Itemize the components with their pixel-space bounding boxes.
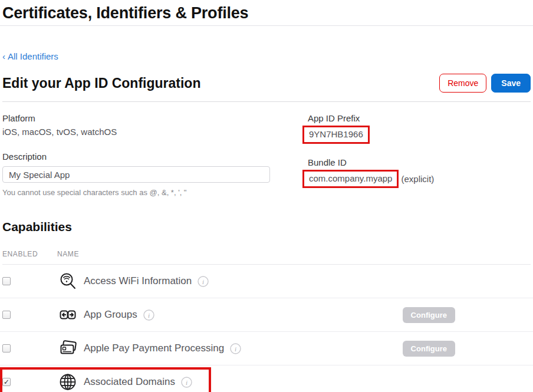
back-link-label: All Identifiers — [8, 51, 58, 61]
bundle-id-label: Bundle ID — [308, 157, 531, 169]
icon-cell — [59, 373, 84, 391]
svg-text:i: i — [148, 311, 150, 318]
back-chevron-icon: ‹ — [2, 51, 5, 61]
info-icon[interactable]: i — [230, 343, 241, 354]
globe-icon — [59, 373, 77, 391]
checkbox-cell — [0, 277, 59, 285]
svg-text:i: i — [186, 378, 187, 386]
configure-apple-pay-button[interactable]: Configure — [403, 341, 455, 357]
app-id-form: Platform iOS, macOS, tvOS, watchOS Descr… — [0, 102, 533, 197]
column-header-name: NAME — [57, 250, 79, 258]
app-groups-icon — [59, 306, 77, 324]
form-column-right: App ID Prefix 9YN7HB1966 Bundle ID com.c… — [308, 113, 531, 197]
capabilities-heading: Capabilities — [2, 220, 531, 234]
wifi-search-icon — [59, 272, 77, 290]
platform-label: Platform — [2, 113, 308, 124]
column-header-enabled: ENABLED — [2, 250, 57, 258]
page-header: Certificates, Identifiers & Profiles — [0, 0, 533, 26]
info-icon[interactable]: i — [198, 276, 209, 287]
bundle-id-suffix: (explicit) — [401, 174, 434, 184]
app-id-prefix-label: App ID Prefix — [308, 113, 531, 124]
bundle-id-value: com.company.myapp — [309, 173, 392, 183]
capability-row-access-wifi-information: Access WiFi Information i — [0, 265, 533, 298]
capability-row-associated-domains: ✓ Associated Domains i — [0, 365, 533, 392]
checkbox-cell — [0, 344, 59, 353]
svg-text:i: i — [202, 278, 204, 285]
editor-heading: Edit your App ID Configuration — [2, 74, 200, 92]
checkbox-cell — [0, 311, 59, 319]
info-icon[interactable]: i — [143, 309, 154, 321]
remove-button[interactable]: Remove — [439, 74, 486, 93]
capability-name: Apple Pay Payment Processing — [84, 342, 224, 354]
editor-header: Edit your App ID Configuration Remove Sa… — [2, 74, 531, 102]
app-id-prefix-annotation-box: 9YN7HB1966 — [302, 126, 370, 144]
platform-value: iOS, macOS, tvOS, watchOS — [2, 126, 308, 138]
icon-cell — [59, 272, 84, 290]
capability-name: Access WiFi Information — [84, 275, 192, 287]
capability-name: Associated Domains — [84, 376, 175, 388]
checkbox-cell: ✓ — [0, 378, 59, 386]
apple-pay-checkbox[interactable] — [2, 344, 11, 353]
description-help-text: You cannot use special characters such a… — [2, 188, 308, 197]
capability-name: App Groups — [84, 309, 137, 321]
capabilities-table-header: ENABLED NAME — [2, 250, 531, 265]
info-icon[interactable]: i — [181, 377, 192, 388]
access-wifi-checkbox[interactable] — [2, 277, 11, 285]
page-title: Certificates, Identifiers & Profiles — [0, 0, 533, 25]
associated-domains-checkbox[interactable]: ✓ — [2, 378, 11, 386]
bundle-id-annotation-box: com.company.myapp — [302, 170, 399, 188]
editor-actions: Remove Save — [439, 74, 531, 93]
app-id-prefix-value: 9YN7HB1966 — [309, 129, 363, 139]
save-button[interactable]: Save — [491, 74, 531, 93]
configure-app-groups-button[interactable]: Configure — [403, 307, 455, 323]
description-label: Description — [2, 151, 308, 163]
icon-cell — [59, 340, 84, 357]
back-to-all-identifiers-link[interactable]: ‹All Identifiers — [2, 51, 58, 61]
payment-cards-icon — [59, 340, 78, 357]
description-input[interactable] — [2, 166, 270, 183]
bundle-id-row: com.company.myapp (explicit) — [308, 170, 531, 188]
icon-cell — [59, 306, 84, 324]
capability-row-apple-pay-payment-processing: Apple Pay Payment Processing i Configure — [0, 332, 533, 365]
certificates-identifiers-profiles-page: Certificates, Identifiers & Profiles ‹Al… — [0, 0, 533, 392]
capability-row-app-groups: App Groups i Configure — [0, 298, 533, 332]
svg-text:i: i — [235, 345, 236, 352]
app-groups-checkbox[interactable] — [2, 311, 11, 319]
form-column-left: Platform iOS, macOS, tvOS, watchOS Descr… — [2, 113, 308, 197]
